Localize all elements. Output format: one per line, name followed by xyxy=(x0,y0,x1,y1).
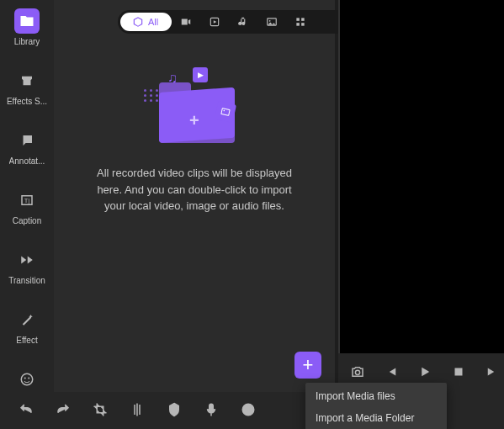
sidebar-item-label: Transition xyxy=(8,276,45,285)
filter-tab-all[interactable]: All xyxy=(120,13,172,31)
sidebar-item-annotation[interactable]: Annotat... xyxy=(5,128,49,166)
next-button[interactable] xyxy=(485,364,500,382)
svg-rect-9 xyxy=(297,23,300,26)
caption-icon: T| xyxy=(14,188,40,213)
sidebar-item-label: Library xyxy=(14,37,40,46)
folder-plus-icon: + xyxy=(189,111,199,130)
sidebar-item-caption[interactable]: T| Caption xyxy=(5,188,49,225)
play-square-icon xyxy=(209,16,220,28)
annotation-icon xyxy=(14,128,40,153)
magic-wand-icon xyxy=(14,307,40,332)
preview-viewport xyxy=(338,0,504,353)
store-icon xyxy=(14,68,40,93)
filter-tab-label: All xyxy=(148,17,158,27)
plus-icon: + xyxy=(303,354,314,376)
empty-state-illustration: ♫ ▶ + xyxy=(144,67,245,151)
filter-tab-video[interactable] xyxy=(172,13,200,31)
image-icon xyxy=(266,16,278,28)
library-panel: All ♫ ▶ + All recorded video clips will … xyxy=(54,0,335,392)
crop-button[interactable] xyxy=(93,402,108,420)
sticker-icon xyxy=(14,367,40,392)
sidebar: Library Effects S... Annotat... T| Capti… xyxy=(0,0,54,392)
sidebar-item-label: Effect xyxy=(16,336,37,345)
add-media-button[interactable]: + xyxy=(294,352,321,379)
svg-point-12 xyxy=(223,110,225,112)
sidebar-item-effect[interactable]: Effect xyxy=(5,307,49,345)
svg-rect-10 xyxy=(301,23,305,26)
svg-rect-14 xyxy=(455,368,463,375)
sidebar-item-effects-store[interactable]: Effects S... xyxy=(5,68,49,106)
svg-point-6 xyxy=(269,20,271,22)
svg-rect-8 xyxy=(301,18,305,21)
filter-tab-image[interactable] xyxy=(257,13,286,31)
ctx-import-folder[interactable]: Import a Media Folder xyxy=(305,407,447,429)
sidebar-item-transition[interactable]: Transition xyxy=(5,247,49,285)
cube-icon xyxy=(132,16,144,28)
snapshot-button[interactable] xyxy=(350,364,365,382)
sidebar-item-library[interactable]: Library xyxy=(5,8,49,46)
svg-point-3 xyxy=(28,378,29,379)
redo-button[interactable] xyxy=(56,402,71,420)
ctx-import-files[interactable]: Import Media files xyxy=(305,385,447,407)
marker-button[interactable] xyxy=(167,402,182,420)
play-button[interactable] xyxy=(417,364,432,382)
sidebar-item-label: Caption xyxy=(13,216,41,225)
copyright-button[interactable] xyxy=(241,402,256,420)
play-decor-icon: ▶ xyxy=(193,67,208,82)
filter-tab-audio[interactable] xyxy=(229,13,257,31)
image-decor-icon xyxy=(215,101,236,123)
svg-rect-11 xyxy=(221,109,230,116)
svg-point-2 xyxy=(24,378,26,379)
camera-icon xyxy=(180,16,192,28)
split-button[interactable] xyxy=(130,402,145,420)
filter-tab-recording[interactable] xyxy=(200,13,229,31)
library-icon xyxy=(14,8,40,34)
sidebar-item-label: Annotat... xyxy=(9,156,45,166)
sidebar-item-label: Effects S... xyxy=(7,97,47,106)
music-note-icon xyxy=(237,16,249,28)
transition-icon xyxy=(14,247,40,273)
svg-point-1 xyxy=(21,373,33,385)
svg-rect-7 xyxy=(297,18,300,21)
grid-icon xyxy=(294,16,306,28)
svg-text:T|: T| xyxy=(24,197,30,204)
filter-tab-grid[interactable] xyxy=(286,13,315,31)
stop-button[interactable] xyxy=(451,364,466,382)
svg-point-13 xyxy=(355,370,359,374)
undo-button[interactable] xyxy=(19,402,34,420)
music-decor-icon: ♫ xyxy=(167,71,178,86)
empty-state-text: All recorded video clips will be display… xyxy=(89,165,300,214)
import-context-menu: Import Media files Import a Media Folder xyxy=(305,383,447,429)
prev-button[interactable] xyxy=(384,364,399,382)
voiceover-button[interactable] xyxy=(204,402,219,420)
